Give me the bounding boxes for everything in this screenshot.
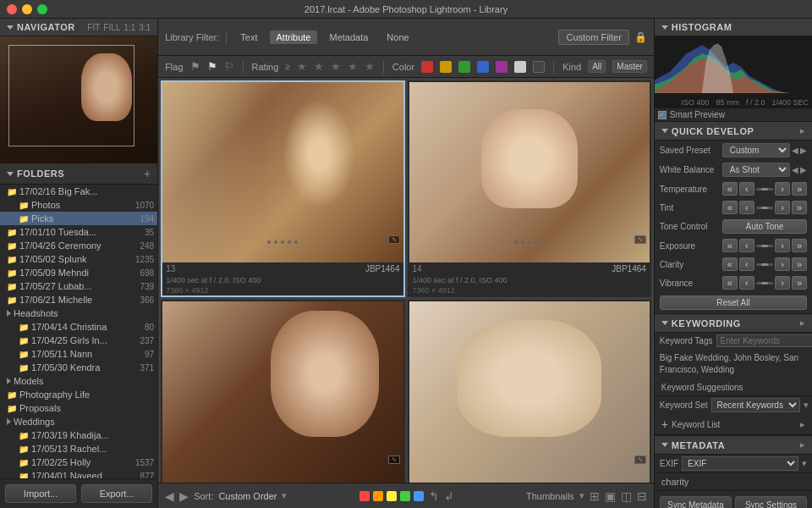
navigator-header[interactable]: Navigator FIT FILL 1:1 3:1: [0, 19, 157, 36]
prev-photo-icon[interactable]: ◀: [165, 489, 174, 503]
kind-all-btn[interactable]: All: [588, 60, 606, 73]
star-2[interactable]: ★: [314, 60, 324, 73]
folder-item-10[interactable]: 📁17/04/14 Christina80: [0, 320, 157, 334]
keyword-list-arrow[interactable]: ▸: [800, 419, 805, 430]
vibrance-dec-btn[interactable]: ‹: [739, 276, 754, 290]
qd-arrow-icon[interactable]: ▸: [800, 125, 805, 136]
close-button[interactable]: [7, 4, 17, 14]
photo-cell-2[interactable]: ⤡ 14 JBP1464 1/400 sec at f / 2.0, ISO 4…: [408, 80, 651, 297]
vibrance-inc-large-btn[interactable]: »: [792, 276, 807, 290]
folder-item-5[interactable]: 📁17/05/02 Splunk1235: [0, 252, 157, 266]
grid-view-icon[interactable]: ⊞: [590, 489, 600, 503]
preset-next-icon[interactable]: ▶: [800, 146, 807, 155]
folder-item-2[interactable]: 📁Picks194: [0, 212, 157, 225]
keywording-header[interactable]: Keywording ▸: [655, 314, 812, 333]
import-button[interactable]: Import...: [5, 484, 76, 503]
photo-zoom-icon[interactable]: ⤡: [388, 235, 400, 244]
keyword-set-select[interactable]: Recent Keywords: [711, 398, 800, 412]
maximize-button[interactable]: [37, 4, 47, 14]
flag-any-icon[interactable]: ⚑: [190, 60, 200, 73]
folder-item-11[interactable]: 📁17/04/25 Girls In...237: [0, 334, 157, 347]
rating-operator[interactable]: ≥: [285, 62, 290, 71]
tc-orange[interactable]: [373, 491, 383, 501]
metadata-header[interactable]: Metadata ▸: [655, 436, 812, 455]
clarity-dec-large-btn[interactable]: «: [722, 257, 738, 271]
tc-blue[interactable]: [414, 491, 424, 501]
catalog-panel[interactable]: FOLDERS + 📁17/02/16 Big Fak...📁Photos107…: [0, 163, 157, 478]
export-button[interactable]: Export...: [81, 484, 152, 503]
folder-expand-icon-2[interactable]: 📁: [19, 214, 29, 224]
kw-suggestions-header[interactable]: Keyword Suggestions: [655, 379, 812, 396]
tint-slider[interactable]: [756, 207, 773, 209]
folder-expand-icon-13[interactable]: 📁: [19, 363, 29, 373]
folder-item-19[interactable]: 📁17/05/13 Rachel...: [0, 442, 157, 456]
color-white[interactable]: [514, 61, 526, 73]
metadata-arrow-icon[interactable]: ▸: [800, 439, 805, 450]
temperature-slider[interactable]: [756, 188, 773, 190]
quick-develop-header[interactable]: Quick Develop ▸: [655, 122, 812, 141]
white-balance-select[interactable]: As Shot: [722, 163, 790, 177]
folders-plus-icon[interactable]: +: [144, 167, 151, 180]
keyword-list-header[interactable]: + Keyword List ▸: [655, 414, 812, 435]
folder-expand-icon-5[interactable]: 📁: [7, 255, 17, 264]
star-3[interactable]: ★: [331, 60, 341, 73]
folder-expand-icon-16[interactable]: 📁: [7, 404, 17, 413]
folder-expand-icon-20[interactable]: 📁: [19, 458, 29, 467]
color-green[interactable]: [458, 61, 470, 73]
wb-prev-icon[interactable]: ◀: [792, 165, 798, 174]
vibrance-inc-btn[interactable]: ›: [775, 276, 790, 290]
vibrance-slider[interactable]: [756, 282, 773, 284]
tc-yellow[interactable]: [387, 491, 397, 501]
keyword-list-plus-icon[interactable]: +: [661, 417, 668, 431]
temp-dec-large-btn[interactable]: «: [722, 182, 738, 196]
temp-inc-large-btn[interactable]: »: [792, 182, 807, 196]
folder-expand-icon-18[interactable]: 📁: [19, 431, 29, 440]
exp-inc-btn[interactable]: ›: [775, 239, 790, 252]
folders-header[interactable]: FOLDERS +: [0, 163, 157, 185]
folder-item-15[interactable]: 📁Photography Life: [0, 388, 157, 401]
color-blue[interactable]: [477, 61, 489, 73]
folder-item-20[interactable]: 📁17/02/25 Holly1537: [0, 456, 157, 469]
reset-all-button[interactable]: Reset All: [660, 295, 807, 310]
auto-tone-button[interactable]: Auto Tone: [722, 219, 807, 234]
preset-prev-icon[interactable]: ◀: [792, 146, 798, 155]
photo-cell-3[interactable]: ⤡: [161, 300, 404, 483]
folder-expand-icon-1[interactable]: 📁: [19, 201, 29, 210]
sort-value[interactable]: Custom Order: [218, 491, 277, 501]
folder-item-0[interactable]: 📁17/02/16 Big Fak...: [0, 185, 157, 198]
folder-expand-icon-8[interactable]: 📁: [7, 295, 17, 305]
folder-item-1[interactable]: 📁Photos1070: [0, 198, 157, 212]
photo-cell-1[interactable]: ⤡ 13 JBP1464 1/400 sec at f / 2.0, ISO 4…: [161, 80, 404, 297]
filter-tab-text[interactable]: Text: [233, 30, 264, 44]
tint-dec-large-btn[interactable]: «: [722, 201, 738, 214]
filter-lock-icon[interactable]: 🔒: [634, 31, 647, 43]
exp-dec-btn[interactable]: ‹: [739, 239, 754, 252]
nav-1to1-btn[interactable]: 1:1: [123, 23, 135, 32]
star-1[interactable]: ★: [297, 60, 307, 73]
folder-item-3[interactable]: 📁17/01/10 Tuesda...35: [0, 225, 157, 239]
folder-expand-icon-4[interactable]: 📁: [7, 241, 17, 251]
color-purple[interactable]: [496, 61, 508, 73]
folder-expand-icon-11[interactable]: 📁: [19, 336, 29, 345]
temp-inc-btn[interactable]: ›: [775, 182, 790, 196]
filter-tab-attribute[interactable]: Attribute: [270, 30, 318, 44]
flag-rejected-icon[interactable]: ⚐: [224, 60, 234, 73]
clarity-slider[interactable]: [756, 263, 773, 266]
star-4[interactable]: ★: [348, 60, 358, 73]
sync-metadata-button[interactable]: Sync Metadata: [660, 496, 732, 508]
nav-3to1-btn[interactable]: 3:1: [139, 23, 151, 32]
saved-preset-select[interactable]: Custom: [722, 143, 790, 157]
survey-view-icon[interactable]: ⊟: [637, 489, 647, 503]
nav-fit-btn[interactable]: FIT: [87, 23, 100, 32]
folder-expand-icon-7[interactable]: 📁: [7, 282, 17, 291]
folder-item-4[interactable]: 📁17/04/26 Ceremony248: [0, 239, 157, 252]
folder-item-9[interactable]: Headshots: [0, 306, 157, 320]
exp-inc-large-btn[interactable]: »: [792, 239, 807, 252]
loupe-view-icon[interactable]: ▣: [605, 489, 616, 503]
tint-inc-large-btn[interactable]: »: [792, 201, 807, 214]
thumbnails-dropdown-icon[interactable]: ▾: [579, 490, 584, 501]
kw-set-dropdown-icon[interactable]: ▾: [804, 400, 809, 411]
filter-tab-metadata[interactable]: Metadata: [322, 30, 375, 44]
rotate-cw-icon[interactable]: ↲: [444, 489, 454, 503]
folder-item-12[interactable]: 📁17/05/11 Nann97: [0, 347, 157, 361]
